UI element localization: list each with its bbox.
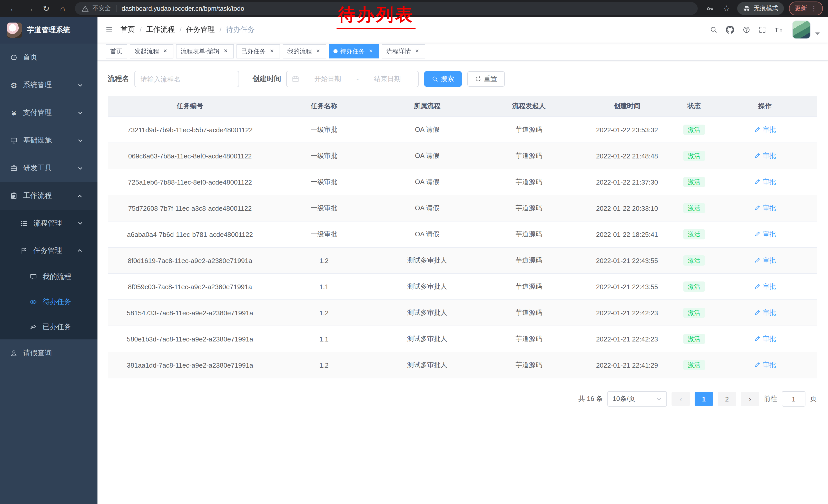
sidebar-item-label: 研发工具 [23, 164, 75, 173]
approve-label: 审批 [762, 151, 776, 161]
sidebar-item-done-tasks[interactable]: 已办任务 [0, 314, 97, 339]
cell-id: 58154733-7ac8-11ec-a9e2-a2380e71991a [108, 300, 272, 326]
sidebar-item-system[interactable]: ⚙系统管理 [0, 71, 97, 99]
reload-icon[interactable]: ↻ [40, 2, 53, 15]
tab-launch-process[interactable]: 发起流程× [130, 44, 173, 58]
goto-page-input[interactable] [782, 391, 805, 407]
help-icon[interactable] [743, 26, 750, 33]
breadcrumb-item[interactable]: 任务管理 [186, 25, 215, 34]
sidebar-item-workflow[interactable]: 工作流程 [0, 182, 97, 210]
sidebar-item-infrastructure[interactable]: 基础设施 [0, 127, 97, 154]
table-row: 75d72608-7b7f-11ec-a3c8-acde48001122一级审批… [108, 195, 817, 221]
tab-my-process[interactable]: 我的流程× [283, 44, 326, 58]
filter-bar: 流程名 创建时间 开始日期 - 结束日期 搜索 重 [108, 71, 817, 87]
approve-link[interactable]: 审批 [754, 203, 776, 213]
close-icon[interactable]: × [268, 48, 276, 55]
dashboard-icon [9, 54, 18, 61]
tab-process-detail[interactable]: 流程详情× [382, 44, 425, 58]
approve-link[interactable]: 审批 [754, 282, 776, 291]
search-icon[interactable] [710, 26, 717, 33]
reset-button[interactable]: 重置 [467, 71, 505, 87]
approve-link[interactable]: 审批 [754, 334, 776, 343]
menu-dots-icon[interactable]: ⋮ [811, 5, 817, 12]
close-icon[interactable]: × [162, 48, 169, 55]
update-button[interactable]: 更新 ⋮ [789, 2, 823, 15]
approve-label: 审批 [762, 256, 776, 265]
table-row: 8f0d1619-7ac8-11ec-a9e2-a2380e71991a1.2测… [108, 247, 817, 274]
home-icon[interactable]: ⌂ [56, 2, 69, 15]
search-button[interactable]: 搜索 [424, 71, 462, 87]
close-icon[interactable]: × [413, 48, 421, 55]
page-button-1[interactable]: 1 [695, 392, 713, 406]
user-avatar[interactable] [792, 20, 811, 39]
github-icon[interactable] [726, 26, 734, 34]
breadcrumb-item[interactable]: 首页 [121, 25, 135, 34]
cell-id: 580e1b3d-7ac8-11ec-a9e2-a2380e71991a [108, 326, 272, 352]
close-icon[interactable]: × [222, 48, 229, 55]
approve-label: 审批 [762, 230, 776, 239]
hamburger-icon[interactable] [106, 26, 113, 33]
avatar-caret-icon[interactable] [815, 32, 820, 35]
breadcrumb-item[interactable]: 工作流程 [146, 25, 175, 34]
approve-link[interactable]: 审批 [754, 308, 776, 317]
approve-link[interactable]: 审批 [754, 125, 776, 134]
bookmark-star-icon[interactable]: ☆ [720, 2, 733, 15]
cell-action: 审批 [713, 352, 817, 378]
sidebar-item-todo-tasks[interactable]: 待办任务 [0, 289, 97, 314]
next-page-button[interactable]: › [741, 392, 759, 406]
sidebar-item-devtools[interactable]: 研发工具 [0, 154, 97, 182]
cell-status: 激活 [675, 143, 713, 169]
cell-action: 审批 [713, 300, 817, 326]
approve-link[interactable]: 审批 [754, 151, 776, 161]
back-icon[interactable]: ← [7, 2, 20, 15]
tab-form-edit[interactable]: 流程表单-编辑× [176, 44, 234, 58]
sidebar-item-payment[interactable]: ¥支付管理 [0, 99, 97, 127]
approve-link[interactable]: 审批 [754, 256, 776, 265]
column-header: 流程发起人 [479, 96, 579, 117]
cell-id: 381aa1dd-7ac8-11ec-a9e2-a2380e71991a [108, 352, 272, 378]
font-size-icon[interactable]: TT [775, 26, 783, 33]
close-icon[interactable]: × [367, 48, 374, 55]
prev-page-button[interactable]: ‹ [671, 392, 690, 406]
chevron-up-icon [75, 193, 85, 199]
page-size-select[interactable]: 10条/页 [608, 391, 667, 407]
process-name-input[interactable] [134, 71, 239, 87]
share-icon [29, 323, 38, 330]
sidebar-item-leave-query[interactable]: 请假查询 [0, 339, 97, 367]
sidebar-item-my-process[interactable]: 我的流程 [0, 264, 97, 289]
incognito-icon [743, 5, 750, 12]
sidebar-item-home[interactable]: 首页 [0, 44, 97, 71]
update-label: 更新 [795, 4, 807, 13]
tab-done-tasks[interactable]: 已办任务× [237, 44, 280, 58]
forward-icon[interactable]: → [23, 2, 36, 15]
approve-link[interactable]: 审批 [754, 360, 776, 370]
pagination: 共 16 条 10条/页 ‹ 12 › 前往 页 [108, 391, 817, 407]
svg-text:T: T [780, 28, 783, 33]
process-name-label: 流程名 [108, 74, 129, 84]
date-range-picker[interactable]: 开始日期 - 结束日期 [286, 71, 419, 87]
close-icon[interactable]: × [315, 48, 322, 55]
cell-name: 一级审批 [272, 169, 376, 195]
cell-name: 一级审批 [272, 221, 376, 247]
sidebar-item-task-mgmt[interactable]: 任务管理 [0, 237, 97, 264]
cell-name: 1.2 [272, 352, 376, 378]
cell-status: 激活 [675, 169, 713, 195]
cell-status: 激活 [675, 326, 713, 352]
approve-link[interactable]: 审批 [754, 230, 776, 239]
status-badge: 激活 [683, 125, 705, 135]
page-button-2[interactable]: 2 [718, 392, 736, 406]
fullscreen-icon[interactable] [759, 26, 766, 33]
tab-home[interactable]: 首页 [106, 44, 127, 58]
approve-link[interactable]: 审批 [754, 177, 776, 187]
gear-icon: ⚙ [9, 81, 18, 89]
cell-status: 激活 [675, 352, 713, 378]
tab-todo-tasks[interactable]: 待办任务× [329, 44, 379, 58]
sidebar-item-process-mgmt[interactable]: 流程管理 [0, 210, 97, 237]
approve-label: 审批 [762, 360, 776, 370]
cell-process: 测试多审批人 [376, 247, 479, 274]
key-icon[interactable] [703, 2, 717, 15]
screen: ← → ↻ ⌂ 不安全 dashboard.yudao.iocoder.cn/b… [0, 0, 828, 504]
sidebar-item-label: 首页 [23, 53, 89, 62]
sidebar-item-label: 已办任务 [43, 322, 89, 331]
logo[interactable]: 芋道管理系统 [0, 17, 97, 44]
